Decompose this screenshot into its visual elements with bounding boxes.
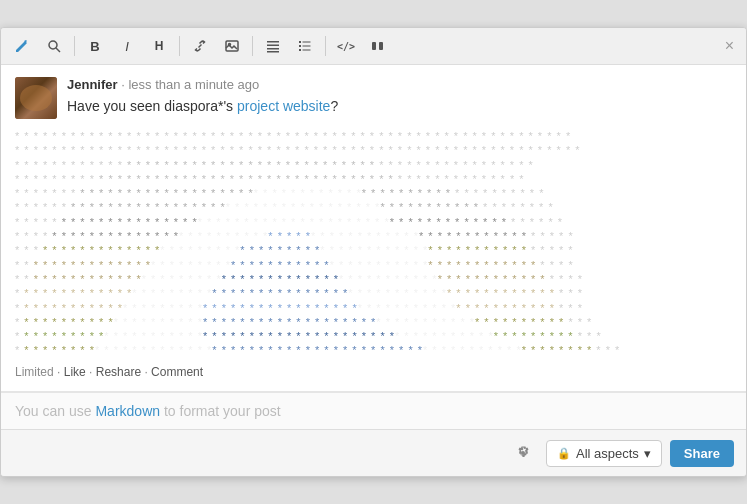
post-footer: Limited · Like · Reshare · Comment: [15, 365, 732, 379]
close-button[interactable]: ×: [719, 37, 740, 55]
reshare-link[interactable]: Reshare: [96, 365, 141, 379]
svg-rect-8: [299, 41, 301, 43]
search-button[interactable]: [39, 32, 69, 60]
svg-rect-15: [379, 42, 383, 50]
share-button[interactable]: Share: [670, 440, 734, 467]
code-button[interactable]: </>: [331, 32, 361, 60]
svg-rect-6: [267, 48, 279, 50]
italic-button[interactable]: I: [112, 32, 142, 60]
project-website-link[interactable]: project website: [237, 98, 330, 114]
post-meta: Jennifer · less than a minute ago: [67, 77, 732, 92]
align-button[interactable]: [258, 32, 288, 60]
comment-link[interactable]: Comment: [151, 365, 203, 379]
post-visibility-label: Limited: [15, 365, 54, 379]
list-button[interactable]: [290, 32, 320, 60]
quote-button[interactable]: [363, 32, 393, 60]
svg-rect-12: [299, 49, 301, 51]
separator-4: [325, 36, 326, 56]
svg-rect-14: [372, 42, 376, 50]
image-button[interactable]: [217, 32, 247, 60]
aspects-button[interactable]: 🔒 All aspects ▾: [546, 440, 662, 467]
svg-rect-7: [267, 51, 279, 53]
lock-icon: 🔒: [557, 447, 571, 460]
compose-area[interactable]: You can use Markdown to format your post: [1, 392, 746, 429]
settings-button[interactable]: [508, 438, 538, 468]
svg-line-1: [56, 48, 60, 52]
post-author: Jennifer: [67, 77, 118, 92]
main-window: B I H: [0, 27, 747, 477]
star-visualization: * * * * * * * * * * * * * * * * * * * * …: [15, 129, 732, 359]
svg-rect-11: [303, 46, 311, 47]
avatar: [15, 77, 57, 119]
like-link[interactable]: Like: [64, 365, 86, 379]
separator-1: [74, 36, 75, 56]
svg-rect-4: [267, 41, 279, 43]
separator-2: [179, 36, 180, 56]
compose-input[interactable]: You can use Markdown to format your post: [15, 403, 732, 419]
post: Jennifer · less than a minute ago Have y…: [15, 77, 732, 119]
svg-point-0: [49, 41, 57, 49]
post-time: · less than a minute ago: [121, 77, 259, 92]
post-body: Jennifer · less than a minute ago Have y…: [67, 77, 732, 119]
bottom-bar: 🔒 All aspects ▾ Share: [1, 429, 746, 476]
separator-3: [252, 36, 253, 56]
svg-rect-13: [303, 50, 311, 51]
post-text: Have you seen diaspora*'s project websit…: [67, 96, 732, 117]
svg-rect-5: [267, 45, 279, 47]
markdown-link[interactable]: Markdown: [95, 403, 160, 419]
bold-button[interactable]: B: [80, 32, 110, 60]
content-area: Jennifer · less than a minute ago Have y…: [1, 65, 746, 392]
aspects-label: All aspects: [576, 446, 639, 461]
toolbar: B I H: [1, 28, 746, 65]
avatar-image: [15, 77, 57, 119]
edit-button[interactable]: [7, 32, 37, 60]
compose-placeholder-before: You can use: [15, 403, 95, 419]
svg-rect-9: [303, 42, 311, 43]
aspects-arrow: ▾: [644, 446, 651, 461]
link-button[interactable]: [185, 32, 215, 60]
heading-button[interactable]: H: [144, 32, 174, 60]
svg-rect-10: [299, 45, 301, 47]
compose-placeholder-after: to format your post: [160, 403, 281, 419]
